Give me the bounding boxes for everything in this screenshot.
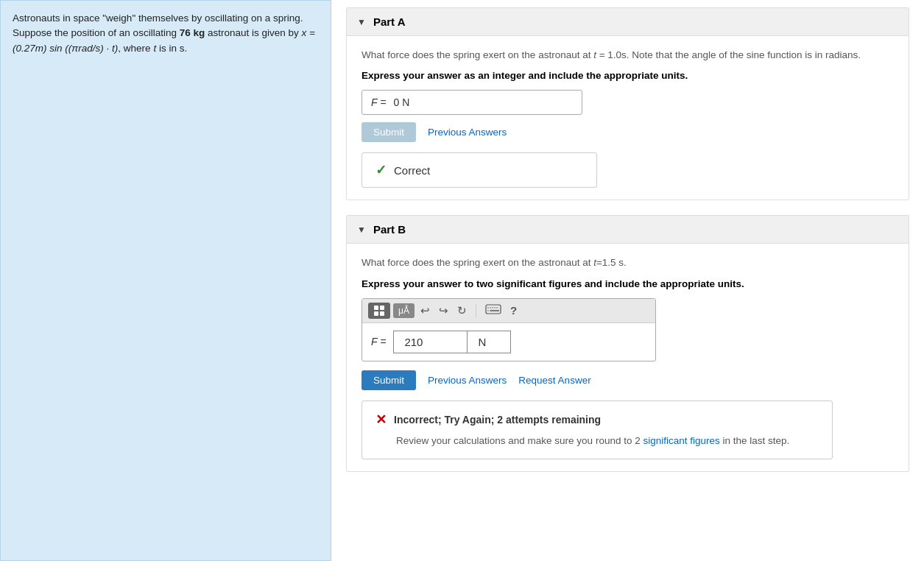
part-a-answer-label: F = (371, 96, 389, 108)
part-b-incorrect-header: ✕ Incorrect; Try Again; 2 attempts remai… (375, 412, 819, 428)
right-panel: ▼ Part A What force does the spring exer… (331, 0, 924, 561)
part-b-submit-row: Submit Previous Answers Request Answer (362, 370, 894, 390)
correct-label: Correct (394, 164, 430, 177)
incorrect-label: Incorrect; Try Again; 2 attempts remaini… (394, 414, 601, 426)
part-b-body: What force does the spring exert on the … (347, 244, 909, 471)
problem-text: Astronauts in space "weigh" themselves b… (13, 13, 315, 54)
part-b-submit-button[interactable]: Submit (362, 370, 416, 390)
help-button[interactable]: ? (507, 303, 520, 318)
part-a-question: What force does the spring exert on the … (362, 48, 894, 63)
part-b-math-input-area: μÅ ↩ ↪ ↻ (362, 298, 656, 361)
part-b-instruction: Express your answer to two significant f… (362, 278, 894, 289)
part-b-question: What force does the spring exert on the … (362, 255, 894, 270)
part-b-request-answer-link[interactable]: Request Answer (518, 375, 590, 386)
toolbar-separator (476, 304, 476, 317)
correct-check-icon: ✓ (375, 162, 387, 178)
svg-rect-2 (374, 311, 378, 316)
part-b-unit-input[interactable]: N (467, 331, 511, 353)
part-b-input-row: F = 210 N (362, 323, 655, 361)
svg-rect-0 (374, 306, 378, 310)
refresh-button[interactable]: ↻ (454, 303, 470, 319)
part-a-submit-row: Submit Previous Answers (362, 122, 894, 142)
part-a-answer-value: 0 N (394, 96, 410, 108)
incorrect-detail: Review your calculations and make sure y… (396, 434, 819, 448)
part-a-header: ▼ Part A (347, 8, 909, 36)
part-b-section: ▼ Part B What force does the spring exer… (346, 215, 909, 472)
part-a-result-correct: ✓ Correct (362, 152, 597, 188)
part-b-value: 210 (404, 336, 423, 348)
incorrect-x-icon: ✕ (375, 412, 387, 428)
mass-value: 76 kg (180, 27, 205, 38)
matrix-button[interactable] (368, 303, 390, 319)
undo-button[interactable]: ↩ (417, 303, 433, 319)
part-a-submit-button[interactable]: Submit (362, 122, 416, 142)
svg-rect-4 (486, 305, 501, 314)
keyboard-button[interactable] (482, 303, 504, 318)
significant-figures-link[interactable]: significant figures (643, 435, 719, 446)
formula: x = (0.27m) sin ((πrad/s) · t) (13, 27, 315, 53)
micro-angstrom-button[interactable]: μÅ (393, 303, 415, 318)
svg-rect-1 (380, 306, 384, 310)
svg-rect-3 (380, 311, 384, 316)
part-a-instruction: Express your answer as an integer and in… (362, 70, 894, 81)
part-a-section: ▼ Part A What force does the spring exer… (346, 7, 909, 200)
left-panel: Astronauts in space "weigh" themselves b… (0, 0, 331, 561)
incorrect-detail-prefix: Review your calculations and make sure y… (396, 435, 643, 446)
incorrect-detail-suffix: in the last step. (720, 435, 790, 446)
part-a-body: What force does the spring exert on the … (347, 36, 909, 200)
part-b-collapse-arrow[interactable]: ▼ (357, 225, 366, 235)
part-b-eq-label: F = (371, 336, 386, 347)
redo-button[interactable]: ↪ (436, 303, 451, 319)
part-a-label: Part A (373, 15, 406, 28)
micro-angstrom-label: μÅ (398, 306, 409, 316)
part-b-unit: N (478, 336, 486, 348)
part-b-result-incorrect: ✕ Incorrect; Try Again; 2 attempts remai… (362, 401, 833, 459)
part-a-answer-input[interactable]: F = 0 N (362, 90, 582, 115)
part-b-header: ▼ Part B (347, 216, 909, 244)
part-b-previous-answers-link[interactable]: Previous Answers (428, 375, 507, 386)
part-a-previous-answers-link[interactable]: Previous Answers (428, 127, 507, 138)
part-b-value-input[interactable]: 210 (393, 331, 467, 353)
part-b-label: Part B (373, 223, 406, 236)
part-a-collapse-arrow[interactable]: ▼ (357, 17, 366, 27)
part-b-math-toolbar: μÅ ↩ ↪ ↻ (362, 299, 655, 323)
